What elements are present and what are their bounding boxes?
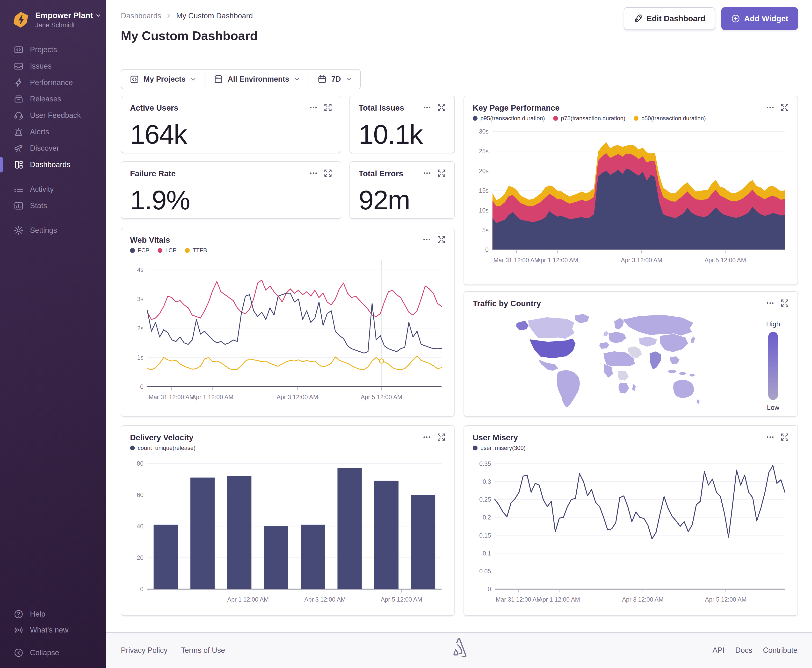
web-vitals-chart[interactable]: 01s2s3s4sMar 31 12:00 AMApr 1 12:00 AMAp…	[130, 255, 445, 404]
expand-icon[interactable]	[437, 433, 445, 441]
sidebar-item-issues[interactable]: Issues	[0, 58, 106, 74]
org-switcher[interactable]: Empower Plant Jane Schmidt	[0, 0, 106, 29]
widget-menu-button[interactable]	[766, 104, 774, 112]
svg-text:Apr 1 12:00 AM: Apr 1 12:00 AM	[537, 257, 578, 264]
country-se-asia	[670, 356, 680, 364]
key-page-performance-chart[interactable]: 05s10s15s20s25s30sMar 31 12:00 AMApr 1 1…	[473, 123, 789, 267]
header-actions: Edit Dashboard Add Widget	[624, 7, 798, 30]
privacy-policy-link[interactable]: Privacy Policy	[121, 646, 167, 655]
country-indonesia-2	[679, 372, 686, 375]
widget-menu-button[interactable]	[309, 104, 318, 112]
country-nz	[696, 399, 700, 404]
chevron-down-icon	[95, 12, 102, 18]
sidebar-item-label: Alerts	[30, 127, 49, 136]
org-logo-icon	[12, 11, 30, 29]
svg-text:Apr 5 12:00 AM: Apr 5 12:00 AM	[705, 257, 746, 264]
widget-menu-button[interactable]	[423, 235, 431, 244]
widget-menu-button[interactable]	[423, 104, 431, 112]
date-range-filter[interactable]: 7D	[309, 70, 360, 89]
breadcrumb-dashboards-link[interactable]: Dashboards	[121, 12, 161, 20]
sidebar-item-discover[interactable]: Discover	[0, 140, 106, 157]
archive-icon	[13, 94, 24, 104]
chevron-down-icon	[294, 76, 300, 83]
docs-link[interactable]: Docs	[735, 646, 752, 655]
expand-icon[interactable]	[780, 104, 789, 112]
edit-dashboard-button[interactable]: Edit Dashboard	[624, 7, 715, 30]
sidebar-item-label: Performance	[30, 78, 73, 87]
svg-text:25s: 25s	[479, 148, 489, 155]
svg-text:3s: 3s	[137, 296, 144, 302]
widget-title: Total Issues	[358, 104, 404, 112]
widget-title: Failure Rate	[130, 169, 176, 178]
expand-icon[interactable]	[324, 169, 332, 177]
svg-text:0.05: 0.05	[479, 568, 491, 574]
widget-menu-button[interactable]	[766, 299, 774, 307]
gear-icon	[13, 225, 24, 235]
expand-icon[interactable]	[780, 299, 789, 307]
projects-icon	[13, 45, 24, 55]
country-png	[689, 373, 695, 377]
sidebar-collapse-button[interactable]: Collapse	[0, 645, 106, 661]
sidebar-item-alerts[interactable]: Alerts	[0, 124, 106, 140]
widget-menu-button[interactable]	[423, 169, 431, 177]
stat-value: 92m	[358, 185, 445, 215]
chart-legend: count_unique(release)	[130, 444, 445, 451]
sidebar-item-releases[interactable]: Releases	[0, 91, 106, 107]
sidebar-item-whats-new[interactable]: What's new	[0, 622, 106, 638]
svg-text:Apr 1 12:00 AM: Apr 1 12:00 AM	[227, 596, 269, 603]
sidebar-item-label: Help	[30, 610, 45, 618]
sidebar-item-label: User Feedback	[30, 111, 81, 120]
legend-dot	[130, 248, 135, 253]
sidebar-item-settings[interactable]: Settings	[0, 222, 106, 239]
user-misery-chart[interactable]: 00.050.10.150.20.250.30.35Mar 31 12:00 A…	[473, 453, 789, 607]
dashboards-icon	[13, 160, 24, 170]
sidebar-item-help[interactable]: Help	[0, 606, 106, 622]
country-central-europe	[608, 332, 627, 344]
expand-icon[interactable]	[324, 104, 332, 112]
add-widget-button[interactable]: Add Widget	[722, 7, 798, 30]
environments-filter-label: All Environments	[228, 75, 289, 84]
country-indonesia-1	[668, 369, 677, 373]
chevron-down-icon	[190, 76, 197, 83]
terms-of-use-link[interactable]: Terms of Use	[181, 646, 225, 655]
svg-text:0: 0	[140, 383, 144, 390]
svg-text:15s: 15s	[479, 187, 489, 194]
svg-text:Apr 3 12:00 AM: Apr 3 12:00 AM	[304, 596, 346, 603]
lightning-icon	[13, 77, 24, 88]
sidebar-item-performance[interactable]: Performance	[0, 74, 106, 91]
delivery-velocity-chart[interactable]: 020406080Apr 1 12:00 AMApr 3 12:00 AMApr…	[130, 453, 445, 607]
country-central-asia	[639, 336, 657, 347]
calendar-icon	[317, 74, 327, 84]
sentry-logo-icon	[451, 637, 468, 661]
country-russia	[622, 314, 694, 336]
active-indicator	[0, 157, 3, 172]
add-widget-label: Add Widget	[744, 14, 788, 23]
svg-text:Mar 31 12:00 AM: Mar 31 12:00 AM	[149, 394, 194, 401]
country-drc	[617, 371, 629, 381]
sidebar-item-projects[interactable]: Projects	[0, 42, 106, 58]
world-map[interactable]	[473, 309, 757, 407]
expand-icon[interactable]	[437, 169, 445, 177]
sidebar-item-label: Collapse	[30, 648, 59, 657]
sidebar-item-dashboards[interactable]: Dashboards	[0, 157, 106, 173]
map-legend: High Low	[757, 309, 789, 411]
sidebar-item-stats[interactable]: Stats	[0, 197, 106, 214]
widget-menu-button[interactable]	[423, 433, 431, 441]
widget-title: Delivery Velocity	[130, 433, 193, 442]
expand-icon[interactable]	[437, 235, 445, 244]
svg-text:0.1: 0.1	[482, 550, 491, 557]
widget-menu-button[interactable]	[309, 169, 318, 177]
edit-dashboard-label: Edit Dashboard	[646, 14, 705, 23]
environments-filter[interactable]: All Environments	[205, 70, 309, 89]
expand-icon[interactable]	[437, 104, 445, 112]
sidebar-item-user-feedback[interactable]: User Feedback	[0, 107, 106, 124]
widget-menu-button[interactable]	[766, 433, 774, 441]
api-link[interactable]: API	[712, 646, 725, 655]
svg-text:2s: 2s	[137, 325, 144, 332]
expand-icon[interactable]	[780, 433, 789, 441]
sidebar-item-activity[interactable]: Activity	[0, 181, 106, 197]
svg-text:40: 40	[137, 523, 144, 529]
contribute-link[interactable]: Contribute	[763, 646, 797, 655]
sidebar-item-label: Dashboards	[30, 160, 70, 169]
projects-filter[interactable]: My Projects	[121, 70, 205, 89]
